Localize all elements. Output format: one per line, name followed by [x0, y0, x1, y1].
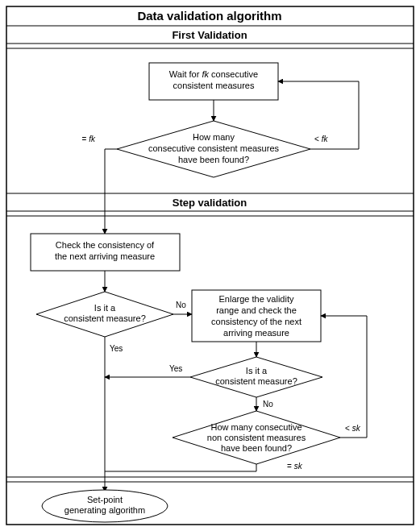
label-q2-no: No [263, 400, 273, 409]
label-eq-sk: = sk [287, 462, 303, 471]
diagram-title: Data validation algorithm [137, 9, 281, 23]
terminator-l1: Set-point [87, 495, 123, 504]
enlarge-l4: arriving measure [223, 328, 289, 338]
wait-l1a: Wait for [169, 69, 202, 79]
enlarge-l1: Enlarge the validity [219, 294, 294, 304]
label-q1-no: No [176, 301, 186, 309]
howmany-l3: have been found? [178, 155, 249, 164]
wait-l2: consistent measures [173, 81, 255, 90]
howmany-l2: consecutive consistent measures [148, 143, 280, 153]
label-eq-fk: = fk [82, 135, 96, 143]
q1-l2: consistent measure? [64, 313, 146, 323]
check-l2: the next arriving measure [55, 251, 155, 261]
svg-text:Wait for fk consecutive: Wait for fk consecutive [169, 69, 258, 79]
section-first-validation: First Validation [172, 29, 247, 41]
label-q1-yes: Yes [110, 344, 123, 353]
enlarge-l2: range and check the [216, 305, 297, 315]
label-lt-fk: < fk [314, 135, 328, 143]
section-step-validation: Step validation [173, 197, 247, 209]
q3-l1: How many consecutive [210, 422, 301, 432]
label-lt-sk: < sk [345, 424, 361, 433]
wait-l1b: consecutive [209, 69, 258, 79]
q1-l1: Is it a [94, 303, 116, 313]
q3-l2: non consistent measures [207, 433, 306, 442]
flowchart: Data validation algorithm First Validati… [0, 0, 420, 531]
check-l1: Check the consistency of [56, 240, 155, 250]
enlarge-l3: consistency of the next [211, 317, 301, 326]
terminator-l2: generating algorithm [64, 505, 145, 515]
label-q2-yes: Yes [169, 364, 182, 373]
q3-l3: have been found? [221, 443, 292, 453]
q2-l1: Is it a [246, 366, 268, 375]
q2-l2: consistent measure? [215, 376, 297, 386]
howmany-l1: How many [193, 132, 235, 142]
